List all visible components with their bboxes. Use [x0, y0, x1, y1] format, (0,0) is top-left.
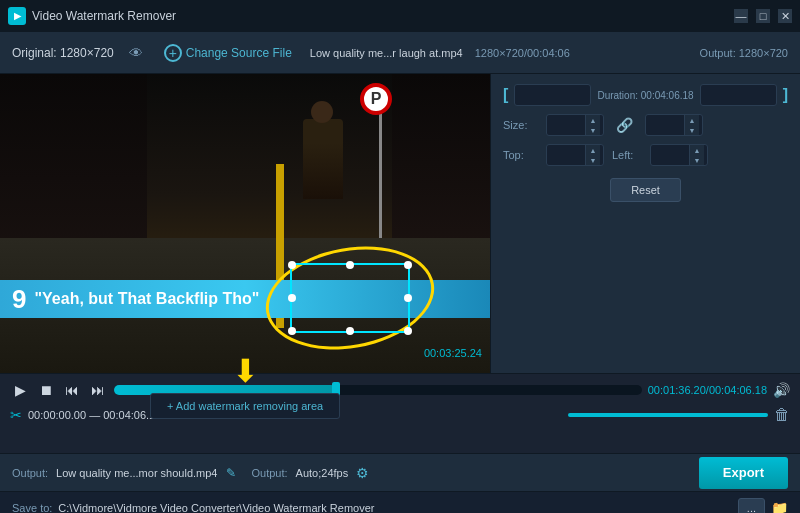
left-up[interactable]: ▲ [690, 145, 704, 155]
left-down[interactable]: ▼ [690, 155, 704, 165]
reset-button[interactable]: Reset [610, 178, 681, 202]
handle-middle-right[interactable] [404, 294, 412, 302]
sign-circle: P [360, 83, 392, 115]
file-name: Low quality me...r laugh at.mp4 [310, 47, 463, 59]
height-spinners: ▲ ▼ [684, 115, 699, 135]
building-right [392, 74, 490, 253]
left-input-group[interactable]: 1036 ▲ ▼ [650, 144, 708, 166]
height-input-group[interactable]: 134 ▲ ▼ [645, 114, 703, 136]
output-format-label: Output: [252, 467, 288, 479]
gear-icon[interactable]: ⚙ [356, 465, 369, 481]
edit-icon[interactable]: ✎ [226, 466, 236, 480]
height-input[interactable]: 134 [646, 116, 684, 134]
file-meta: 1280×720/00:04:06 [475, 47, 570, 59]
start-time-input[interactable]: 00:00:00.000 [515, 86, 591, 104]
video-panel[interactable]: P 9 "Yeah, but That Backflip Tho" [0, 74, 490, 373]
eye-icon[interactable]: 👁 [126, 43, 146, 63]
left-input[interactable]: 1036 [651, 146, 689, 164]
watermark-selection-box[interactable] [290, 263, 410, 333]
titlebar-controls: — □ ✕ [734, 9, 792, 23]
width-up[interactable]: ▲ [586, 115, 600, 125]
save-label: Save to: [12, 502, 52, 514]
top-bar: Original: 1280×720 👁 + Change Source Fil… [0, 32, 800, 74]
change-source-label: Change Source File [186, 46, 292, 60]
size-row: Size: 242 ▲ ▼ 🔗 134 ▲ ▼ [503, 114, 788, 136]
output-file-name: Low quality me...mor should.mp4 [56, 467, 217, 479]
height-up[interactable]: ▲ [685, 115, 699, 125]
right-panel: [ 00:00:00.000 ▲ ▼ Duration: 00:04:06.18… [490, 74, 800, 373]
size-label: Size: [503, 119, 538, 131]
title-bar-left: ▶ Video Watermark Remover [8, 7, 176, 25]
start-time-input-group[interactable]: 00:00:00.000 ▲ ▼ [514, 84, 591, 106]
top-spinners: ▲ ▼ [585, 145, 600, 165]
top-input-group[interactable]: 568 ▲ ▼ [546, 144, 604, 166]
handle-top-right[interactable] [404, 261, 412, 269]
left-label: Left: [612, 149, 642, 161]
progress-time: 00:01:36.20/00:04:06.18 [648, 384, 767, 396]
browse-button[interactable]: ... [738, 498, 765, 514]
position-row: Top: 568 ▲ ▼ Left: 1036 ▲ ▼ [503, 144, 788, 166]
save-bar: Save to: C:\Vidmore\Vidmore Video Conver… [0, 491, 800, 513]
timestamp: 00:03:25.24 [424, 347, 482, 359]
minimize-button[interactable]: — [734, 9, 748, 23]
link-icon[interactable]: 🔗 [612, 117, 637, 133]
volume-icon[interactable]: 🔊 [773, 382, 790, 398]
top-up[interactable]: ▲ [586, 145, 600, 155]
end-time-input-group[interactable]: 00:04:06.18 ▲ ▼ [700, 84, 777, 106]
left-spinners: ▲ ▼ [689, 145, 704, 165]
main-area: P 9 "Yeah, but That Backflip Tho" [0, 74, 800, 373]
original-resolution-label: Original: 1280×720 [12, 46, 114, 60]
video-content: P [0, 74, 490, 373]
file-info: Low quality me...r laugh at.mp4 1280×720… [310, 47, 688, 59]
change-source-button[interactable]: + Change Source File [158, 40, 298, 66]
clip-bar [568, 413, 768, 417]
output-bar: Output: Low quality me...mor should.mp4 … [0, 453, 800, 491]
handle-bottom-left[interactable] [288, 327, 296, 335]
output-format-value: Auto;24fps [296, 467, 349, 479]
top-down[interactable]: ▼ [586, 155, 600, 165]
timeline-area: ▶ ⏹ ⏮ ⏭ 00:01:36.20/00:04:06.18 🔊 ✂ 00:0… [0, 373, 800, 453]
output-file-label: Output: [12, 467, 48, 479]
handle-bottom-center[interactable] [346, 327, 354, 335]
clip-row: ✂ 00:00:00.00 — 00:04:06.18 🗑 [10, 406, 790, 424]
folder-icon[interactable]: 📁 [771, 500, 788, 514]
selection-handles [292, 265, 408, 331]
add-icon: + [164, 44, 182, 62]
bracket-left: [ [503, 86, 508, 104]
bracket-right: ] [783, 86, 788, 104]
transport-controls: ▶ ⏹ ⏮ ⏭ 00:01:36.20/00:04:06.18 🔊 [10, 380, 790, 400]
prev-frame-button[interactable]: ⏮ [62, 380, 82, 400]
app-title: Video Watermark Remover [32, 9, 176, 23]
delete-clip-button[interactable]: 🗑 [774, 406, 790, 424]
lower-third-text: "Yeah, but That Backflip Tho" [34, 290, 259, 308]
height-down[interactable]: ▼ [685, 125, 699, 135]
width-spinners: ▲ ▼ [585, 115, 600, 135]
handle-middle-left[interactable] [288, 294, 296, 302]
output-resolution-label: Output: 1280×720 [700, 47, 788, 59]
top-input[interactable]: 568 [547, 146, 585, 164]
maximize-button[interactable]: □ [756, 9, 770, 23]
play-button[interactable]: ▶ [10, 380, 30, 400]
handle-top-center[interactable] [346, 261, 354, 269]
next-frame-button[interactable]: ⏭ [88, 380, 108, 400]
top-label: Top: [503, 149, 538, 161]
width-input-group[interactable]: 242 ▲ ▼ [546, 114, 604, 136]
add-watermark-area-button[interactable]: + Add watermark removing area [150, 393, 340, 419]
duration-label: Duration: 00:04:06.18 [597, 90, 693, 101]
duration-label-text: Duration: [597, 90, 638, 101]
end-time-input[interactable]: 00:04:06.18 [701, 86, 777, 104]
title-bar: ▶ Video Watermark Remover — □ ✕ [0, 0, 800, 32]
handle-top-left[interactable] [288, 261, 296, 269]
width-input[interactable]: 242 [547, 116, 585, 134]
export-button[interactable]: Export [699, 457, 788, 489]
time-row: [ 00:00:00.000 ▲ ▼ Duration: 00:04:06.18… [503, 84, 788, 106]
width-down[interactable]: ▼ [586, 125, 600, 135]
clip-icon: ✂ [10, 407, 22, 423]
save-path: C:\Vidmore\Vidmore Video Converter\Video… [58, 502, 731, 514]
duration-value: 00:04:06.18 [641, 90, 694, 101]
lower-third-number: 9 [12, 286, 26, 312]
stop-button[interactable]: ⏹ [36, 380, 56, 400]
close-button[interactable]: ✕ [778, 9, 792, 23]
figure [303, 119, 343, 199]
handle-bottom-right[interactable] [404, 327, 412, 335]
